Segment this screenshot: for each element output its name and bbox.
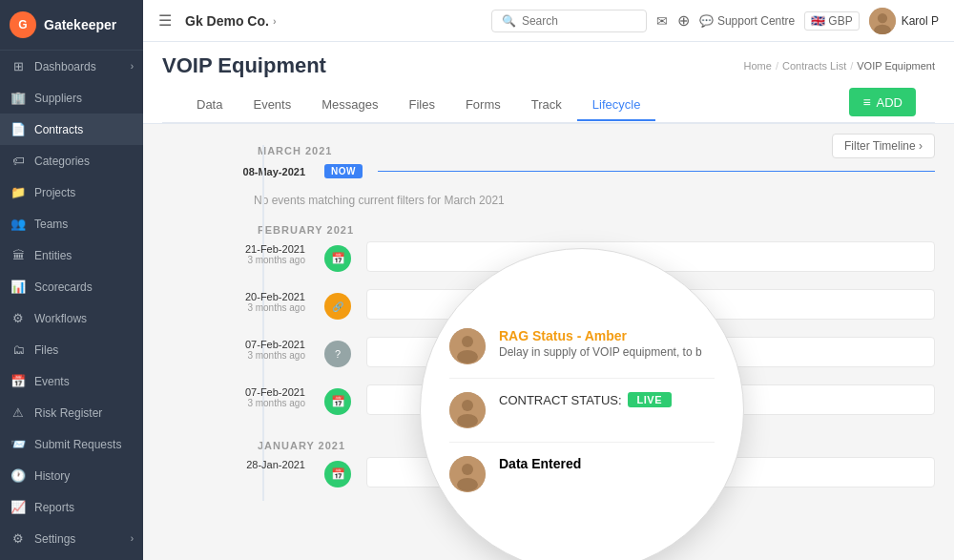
tab-bar: Data Events Messages Files Forms Track L… <box>162 88 935 123</box>
sidebar-label: Dashboards <box>34 60 131 73</box>
svg-point-7 <box>462 400 473 411</box>
workflows-icon: ⚙ <box>10 311 27 325</box>
event-date: 21-Feb-2021 3 months ago <box>238 243 324 265</box>
sidebar-item-files[interactable]: 🗂 Files <box>0 334 143 365</box>
sidebar-label: History <box>34 469 134 483</box>
event-date: 07-Feb-2021 3 months ago <box>238 339 324 361</box>
sidebar-item-entities[interactable]: 🏛 Entities <box>0 239 143 271</box>
sidebar-item-modules[interactable]: 🧩 Modules › <box>0 554 143 560</box>
sidebar-label: Workflows <box>34 312 134 325</box>
sidebar-label: Categories <box>34 155 134 168</box>
suppliers-icon: 🏢 <box>10 91 27 105</box>
sidebar-item-events[interactable]: 📅 Events <box>0 365 143 397</box>
projects-icon: 📁 <box>10 185 27 199</box>
tab-forms[interactable]: Forms <box>450 90 516 121</box>
settings-icon: ⚙ <box>10 531 27 546</box>
files-icon: 🗂 <box>10 342 27 357</box>
mag-rag-title: RAG Status - Amber <box>499 328 715 343</box>
tab-data[interactable]: Data <box>181 90 238 121</box>
sidebar-item-history[interactable]: 🕐 History <box>0 460 143 491</box>
search-input[interactable] <box>522 14 636 28</box>
event-date: 28-Jan-2021 <box>238 459 324 470</box>
sidebar-item-teams[interactable]: 👥 Teams <box>0 208 143 239</box>
mag-avatar-rag <box>449 328 486 364</box>
search-box[interactable]: 🔍 <box>491 10 647 32</box>
tab-events[interactable]: Events <box>238 90 306 121</box>
content-inner: Filter Timeline › MARCH 2021 08-May-2021… <box>143 124 954 512</box>
sidebar-label: Settings <box>34 532 131 546</box>
sidebar-label: Risk Register <box>34 406 134 420</box>
page-header: VOIP Equipment Home / Contracts List / V… <box>143 42 954 124</box>
company-name[interactable]: Gk Demo Co. › <box>185 13 277 29</box>
sidebar-item-risk-register[interactable]: ⚠ Risk Register <box>0 397 143 428</box>
logo-icon: G <box>10 11 36 38</box>
mag-rag-content: RAG Status - Amber Delay in supply of VO… <box>499 328 715 359</box>
event-dot-green: 📅 <box>324 245 351 272</box>
sidebar-label: Entities <box>34 249 134 262</box>
sidebar-item-settings[interactable]: ⚙ Settings › <box>0 523 143 554</box>
mag-avatar-status <box>449 392 486 428</box>
sidebar-item-reports[interactable]: 📈 Reports <box>0 491 143 523</box>
mail-icon[interactable]: ✉ <box>656 13 668 29</box>
support-icon: 💬 <box>699 14 714 28</box>
event-dot-gray: ? <box>324 341 351 367</box>
search-icon: 🔍 <box>502 14 516 28</box>
tab-track[interactable]: Track <box>516 90 577 121</box>
events-icon: 📅 <box>10 374 27 388</box>
now-date: 08-May-2021 <box>238 166 324 177</box>
scorecards-icon: 📊 <box>10 280 27 294</box>
sidebar-label: Projects <box>34 186 134 199</box>
mag-avatar-data <box>449 456 486 492</box>
mag-item-data: Data Entered <box>449 443 715 506</box>
content-area: Filter Timeline › MARCH 2021 08-May-2021… <box>143 124 954 560</box>
sidebar-item-dashboards[interactable]: ⊞ Dashboards › <box>0 51 143 82</box>
now-line <box>378 171 935 172</box>
svg-point-5 <box>457 350 478 363</box>
user-menu[interactable]: Karol P <box>869 8 939 34</box>
hamburger-icon[interactable]: ☰ <box>158 11 172 30</box>
month-march: MARCH 2021 <box>238 145 935 156</box>
sidebar-item-workflows[interactable]: ⚙ Workflows <box>0 302 143 334</box>
mag-data-title: Data Entered <box>499 456 715 471</box>
month-february: FEBRUARY 2021 <box>238 224 935 236</box>
sidebar-logo: G Gatekeeper <box>0 0 143 51</box>
menu-icon: ≡ <box>862 94 870 110</box>
topbar: ☰ Gk Demo Co. › 🔍 ✉ ⊕ 💬 Support Centre 🇬… <box>143 0 954 42</box>
tab-files[interactable]: Files <box>393 90 449 121</box>
sidebar-label: Suppliers <box>34 92 134 105</box>
risk-icon: ⚠ <box>10 405 27 420</box>
tab-lifecycle[interactable]: Lifecycle <box>577 90 656 121</box>
mag-item-rag: RAG Status - Amber Delay in supply of VO… <box>449 315 715 379</box>
sidebar-item-categories[interactable]: 🏷 Categories <box>0 145 143 176</box>
contracts-icon: 📄 <box>10 122 27 136</box>
page-title: VOIP Equipment <box>162 53 326 78</box>
company-arrow-icon: › <box>273 15 277 27</box>
sidebar-label: Reports <box>34 501 134 514</box>
sidebar-item-submit-requests[interactable]: 📨 Submit Requests <box>0 428 143 460</box>
submit-icon: 📨 <box>10 437 27 451</box>
event-date: 07-Feb-2021 3 months ago <box>238 386 324 408</box>
event-dot-green2: 📅 <box>324 388 351 415</box>
main-content: ☰ Gk Demo Co. › 🔍 ✉ ⊕ 💬 Support Centre 🇬… <box>143 0 954 560</box>
support-link[interactable]: 💬 Support Centre <box>699 14 795 28</box>
svg-point-8 <box>457 414 478 427</box>
arrow-icon: › <box>131 61 134 72</box>
help-icon[interactable]: ⊕ <box>677 11 690 30</box>
app-name: Gatekeeper <box>44 17 116 32</box>
sidebar-label: Contracts <box>34 123 134 136</box>
sidebar: G Gatekeeper ⊞ Dashboards › 🏢 Suppliers … <box>0 0 143 560</box>
tab-messages[interactable]: Messages <box>306 90 393 121</box>
sidebar-item-contracts[interactable]: 📄 Contracts <box>0 114 143 145</box>
add-button[interactable]: ≡ ADD <box>849 88 916 116</box>
now-badge: NOW <box>324 164 363 178</box>
currency-selector[interactable]: 🇬🇧 GBP <box>804 11 859 31</box>
flag-icon: 🇬🇧 <box>811 14 825 28</box>
filter-timeline-button[interactable]: Filter Timeline › <box>832 134 935 158</box>
sidebar-item-scorecards[interactable]: 📊 Scorecards <box>0 271 143 302</box>
breadcrumb-home[interactable]: Home <box>744 60 772 72</box>
sidebar-item-projects[interactable]: 📁 Projects <box>0 176 143 208</box>
event-date: 20-Feb-2021 3 months ago <box>238 291 324 313</box>
svg-point-1 <box>877 12 886 22</box>
sidebar-item-suppliers[interactable]: 🏢 Suppliers <box>0 82 143 114</box>
breadcrumb-list[interactable]: Contracts List <box>782 60 846 72</box>
